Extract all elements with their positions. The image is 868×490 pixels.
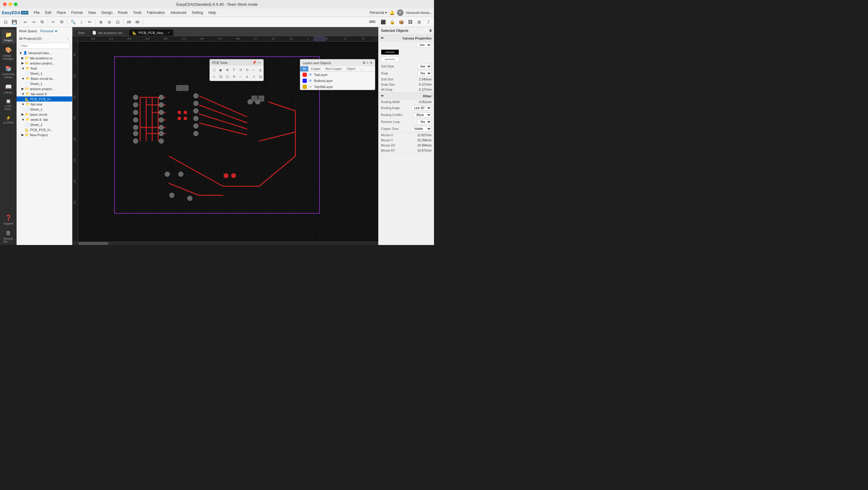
horizontal-scrollbar[interactable]: [72, 241, 378, 245]
pct-route[interactable]: ⚪: [211, 67, 217, 73]
share-button[interactable]: ⤴: [424, 18, 432, 26]
workspace-select[interactable]: Personal: [39, 29, 59, 33]
unit-select[interactable]: mm mil inch: [417, 42, 432, 48]
layers-tab-non-copper[interactable]: Non-Copper: [323, 66, 344, 71]
layers-add-icon[interactable]: +: [367, 61, 369, 65]
tab-close-icon[interactable]: ✕: [167, 31, 170, 34]
paste-button[interactable]: ⧉: [58, 18, 66, 26]
pct-cross[interactable]: ✙: [224, 67, 230, 73]
zoom-in-button[interactable]: ⊕: [97, 18, 105, 26]
layers-tab-copper[interactable]: Copper: [308, 66, 323, 71]
background-color-box[interactable]: #000000: [381, 50, 399, 55]
pcb-tools-minimize-icon[interactable]: —: [258, 61, 261, 64]
tree-file-sheet1-week8[interactable]: 📄 Sheet_1: [17, 122, 72, 127]
2d-button[interactable]: 2D: [125, 18, 133, 26]
sidebar-item-project[interactable]: 📁 Project: [1, 30, 16, 44]
minimize-button[interactable]: [8, 2, 12, 6]
pct-arc2[interactable]: ↻: [244, 67, 250, 73]
pct-arc1[interactable]: ↺: [238, 67, 244, 73]
tree-folder-basic-circuit[interactable]: ▼ 📁 Basic circuit fa...: [17, 76, 72, 81]
tree-folder-fab-new[interactable]: ▼ 📁 fab new: [17, 101, 72, 107]
tree-folder-arduino[interactable]: ▶ 📁 arduino project...: [17, 61, 72, 66]
tree-user-root[interactable]: ▼ 👤 Himanshi.Nee...: [17, 50, 72, 56]
snap-select[interactable]: Yes No: [417, 71, 432, 76]
tree-file-sheet1-fabnew[interactable]: 📄 Sheet_1: [17, 107, 72, 112]
menu-place[interactable]: Place: [54, 10, 68, 16]
pct-angle2[interactable]: ∠: [244, 73, 250, 80]
menu-advanced[interactable]: Advanced: [168, 10, 189, 16]
tree-file-pcb-selected[interactable]: 📐 PCB_PCB_H...: [17, 96, 72, 101]
pct-corner1[interactable]: ⌐: [251, 67, 257, 73]
routing-angle-select[interactable]: Line 45° Line 90°: [411, 105, 432, 111]
add-project-icon[interactable]: ＋: [66, 36, 70, 41]
user-avatar[interactable]: H: [397, 9, 404, 16]
routing-conflict-select[interactable]: Block Ignore: [414, 113, 432, 118]
layers-tab-object[interactable]: Object: [344, 66, 358, 71]
align-button[interactable]: ↕: [78, 18, 85, 26]
layers-close-icon[interactable]: ✕: [370, 61, 373, 65]
sidebar-item-design-manager[interactable]: 🎨 DesignManager: [1, 45, 16, 62]
sidebar-item-jlcpcb[interactable]: ⚡ JLCPCB: [1, 114, 16, 126]
pcb-canvas[interactable]: PCB Tools 📌 — ⚪ ◉ ✙ T ↺ ↻ ⌐: [79, 41, 378, 241]
find-button[interactable]: 🔍: [69, 18, 77, 26]
tree-file-sheet1-basic[interactable]: 📄 Sheet_1: [17, 81, 72, 86]
layer-row-silk[interactable]: 👁 TopSilkLayer: [300, 84, 375, 90]
redo-button[interactable]: ↪: [30, 18, 38, 26]
notification-icon[interactable]: 🔔: [390, 10, 395, 15]
tree-file-sheet1-final[interactable]: 📄 Sheet_1: [17, 71, 72, 76]
tree-folder-week8-fab[interactable]: ▼ 📁 week 8- fab: [17, 117, 72, 122]
layer-row-bottom[interactable]: 👁 BottomLayer: [300, 78, 375, 84]
3d-button[interactable]: 3D: [133, 18, 141, 26]
fit-button[interactable]: ⊡: [114, 18, 122, 26]
pct-via[interactable]: ◉: [218, 67, 224, 73]
pct-angle[interactable]: ∠: [257, 67, 264, 73]
menu-route[interactable]: Route: [116, 10, 130, 16]
sidebar-item-library[interactable]: 📚 CommonlyLibrary: [1, 63, 16, 81]
menu-design[interactable]: Design: [99, 10, 115, 16]
menu-format[interactable]: Format: [69, 10, 85, 16]
copper-zone-select[interactable]: Visible Invisible: [411, 126, 432, 131]
tab-pcb[interactable]: 📐 *PCB_PCB_Hea... ✕: [129, 30, 173, 36]
filter-input[interactable]: [19, 43, 70, 49]
copy-button[interactable]: ⧉: [38, 18, 46, 26]
pct-star[interactable]: ⊹: [211, 73, 217, 80]
sidebar-item-lcsc-parts[interactable]: 🔲 LCSCParts: [1, 97, 16, 113]
pct-text[interactable]: T: [231, 67, 237, 73]
pct-square[interactable]: ◻: [224, 73, 230, 80]
draw-button[interactable]: ✏: [86, 18, 94, 26]
copper-button[interactable]: ⬛: [379, 18, 387, 26]
tree-folder-basic-circuit2[interactable]: ▶ 📁 basic circuit: [17, 112, 72, 117]
tab-start[interactable]: Start: [74, 30, 88, 36]
menu-edit[interactable]: Edit: [43, 10, 54, 16]
grid-bg-color-box[interactable]: #FFFFFF: [381, 57, 399, 62]
layer-eye-bottom[interactable]: 👁: [309, 79, 312, 83]
layers-tab-all[interactable]: All: [300, 66, 308, 71]
layer-eye-top[interactable]: 👁: [309, 73, 312, 77]
tree-file-pcb-week8[interactable]: 📐 PCB_PCB_H...: [17, 127, 72, 132]
menu-view[interactable]: View: [86, 10, 98, 16]
layers-tab-more[interactable]: ...: [358, 66, 365, 71]
menu-fabrication[interactable]: Fabrication: [145, 10, 167, 16]
tree-folder-new-project[interactable]: ▶ 📁 New Project: [17, 132, 72, 137]
grid-style-select[interactable]: line dot: [418, 64, 432, 69]
image-button[interactable]: 🖼: [406, 18, 414, 26]
cut-button[interactable]: ✂: [50, 18, 57, 26]
layer-button[interactable]: ⊞: [415, 18, 423, 26]
lock-button[interactable]: 🔒: [388, 18, 396, 26]
sidebar-item-recycle[interactable]: 🗑 RecycleBin: [1, 228, 16, 245]
component-button[interactable]: 📦: [397, 18, 405, 26]
save-button[interactable]: 💾: [10, 18, 18, 26]
pct-delete[interactable]: ✕: [231, 73, 237, 80]
pct-rect2[interactable]: ⊡: [257, 73, 264, 80]
sidebar-item-library2[interactable]: 📖 Library: [1, 82, 16, 96]
close-button[interactable]: [3, 2, 7, 6]
menu-file[interactable]: File: [31, 10, 42, 16]
pcb-tools-pin-icon[interactable]: 📌: [252, 61, 256, 64]
tree-folder-fab-week8[interactable]: ▼ 📁 fab week 8: [17, 91, 72, 96]
tree-folder-fab-academy[interactable]: ▶ 📁 fab academy w...: [17, 56, 72, 61]
layers-settings-icon[interactable]: ⚙: [363, 61, 366, 65]
tree-folder-final[interactable]: ▼ 📁 final: [17, 66, 72, 71]
pct-corner2[interactable]: ⌐: [238, 73, 244, 80]
menu-help[interactable]: Help: [206, 10, 218, 16]
pct-rect[interactable]: ⊡: [218, 73, 224, 80]
